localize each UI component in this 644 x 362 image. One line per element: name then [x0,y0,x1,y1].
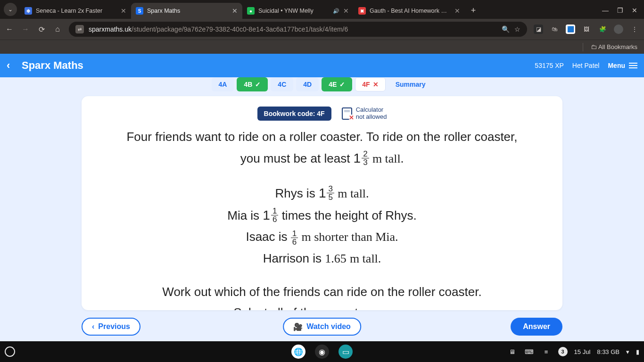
extensions-puzzle-icon[interactable]: 🧩 [598,25,607,34]
task-pill-4a[interactable]: 4A [212,77,234,91]
tab-favicon: ● [247,7,255,15]
tab-close-icon[interactable]: ✕ [343,7,349,15]
task-pill-4e[interactable]: 4E [322,77,352,91]
action-bar: ‹ Previous 🎥 Watch video Answer [82,318,562,336]
task-pill-4c[interactable]: 4C [271,77,293,91]
browser-toolbar: ← → ⟳ ⌂ ⇄ sparxmaths.uk/student/package/… [0,19,644,40]
tray-keyboard-icon[interactable]: ⌨ [524,346,535,357]
shelf-status-area[interactable]: 🖥 ⌨ ≡ 3 15 Jul 8:33 GB ▾ ▮ [507,346,639,357]
hamburger-icon [629,63,637,68]
extension-icon[interactable]: ◪ [534,25,543,34]
cross-icon [373,81,379,88]
task-pill-4f[interactable]: 4F [355,77,385,91]
extensions-area: ◪ 🛍 🟦 🖼 🧩 ⋮ [534,25,639,34]
address-bar[interactable]: ⇄ sparxmaths.uk/student/package/9a762e79… [69,22,527,37]
profile-avatar[interactable] [614,25,623,34]
shelf-apps: 🌐 ◉ ▭ [291,345,353,359]
zoom-icon[interactable]: 🔍 [502,25,510,33]
tab-favicon: S [136,7,143,15]
tab-title: Seneca - Learn 2x Faster [36,8,117,14]
check-icon [255,81,261,88]
bookmarks-bar: 🗀 All Bookmarks [0,40,644,54]
sparx-back-button[interactable]: ‹ [7,59,22,72]
task-pill-4d[interactable]: 4D [296,77,319,91]
nav-back-icon[interactable]: ← [5,25,14,33]
all-bookmarks-button[interactable]: 🗀 All Bookmarks [591,43,637,50]
tab-favicon: ✖ [358,7,366,15]
question-card: Bookwork code: 4F Calculatornot allowed … [82,96,562,310]
shelf-status-text: 8:33 GB [597,348,619,355]
audio-playing-icon[interactable]: 🔊 [333,8,339,14]
tab-spotify[interactable]: ● Suicidal • YNW Melly 🔊 ✕ [242,3,354,19]
tab-sparx[interactable]: S Sparx Maths ✕ [131,3,242,19]
watch-video-button[interactable]: 🎥 Watch video [283,318,361,336]
task-nav: 4A 4B 4C 4D 4E 4F Summary [0,77,644,94]
shelf-chrome-icon[interactable]: 🌐 [291,345,305,359]
task-pill-4b[interactable]: 4B [237,77,268,91]
sparx-menu-button[interactable]: Menu [608,62,637,69]
tab-close-icon[interactable]: ✕ [121,7,126,15]
url-text: sparxmaths.uk/student/package/9a762e79-3… [89,25,497,33]
tab-seneca[interactable]: ✻ Seneca - Learn 2x Faster ✕ [20,3,131,19]
calculator-not-allowed-icon [342,107,352,120]
all-bookmarks-label: All Bookmarks [598,43,637,50]
window-restore-icon[interactable]: ❐ [617,7,623,14]
tab-close-icon[interactable]: ✕ [232,7,238,15]
page-surface: 4A 4B 4C 4D 4E 4F Summary Bookwork code:… [0,77,644,341]
tab-gauth[interactable]: ✖ Gauth - Best AI Homework Help ✕ [354,3,465,19]
nav-home-icon[interactable]: ⌂ [53,25,62,33]
chrome-menu-icon[interactable]: ⋮ [630,25,639,34]
previous-button[interactable]: ‹ Previous [82,318,140,336]
tab-favicon: ✻ [25,7,32,15]
window-controls: — ❐ ✕ [602,7,644,19]
battery-icon: ▮ [636,348,639,355]
new-tab-button[interactable]: + [467,4,480,17]
menu-label: Menu [608,62,625,69]
launcher-button[interactable] [5,346,15,357]
browser-tabstrip: ⌄ ✻ Seneca - Learn 2x Faster ✕ S Sparx M… [0,0,644,19]
window-close-icon[interactable]: ✕ [632,7,637,14]
extension-icon[interactable]: 🛍 [550,25,559,34]
user-name: Het Patel [572,62,600,69]
tray-screenshot-icon[interactable]: 🖥 [507,346,518,357]
task-summary-button[interactable]: Summary [388,77,433,91]
chromeos-shelf: 🌐 ◉ ▭ 🖥 ⌨ ≡ 3 15 Jul 8:33 GB ▾ ▮ [0,341,644,362]
tab-close-icon[interactable]: ✕ [454,7,460,15]
answer-button[interactable]: Answer [511,318,562,336]
nav-reload-icon[interactable]: ⟳ [37,25,46,34]
xp-label: 53175 XP [535,62,564,69]
sparx-header: ‹ Sparx Maths 53175 XP Het Patel Menu [0,54,644,77]
notification-badge[interactable]: 3 [558,347,568,356]
sparx-brand: Sparx Maths [22,59,83,72]
check-icon [339,81,345,88]
question-meta: Bookwork code: 4F Calculatornot allowed [98,107,546,121]
tab-title: Suicidal • YNW Melly [258,8,329,14]
bookmark-star-icon[interactable]: ☆ [514,25,520,33]
nav-forward-icon[interactable]: → [21,25,30,33]
shelf-date: 15 Jul [574,348,591,355]
question-text: Four friends want to ride on a roller co… [98,127,546,310]
shelf-app-icon[interactable]: ◉ [315,345,329,359]
shelf-app-icon[interactable]: ▭ [339,345,353,359]
tab-title: Gauth - Best AI Homework Help [370,8,451,14]
tab-title: Sparx Maths [147,8,228,14]
tray-playlist-icon[interactable]: ≡ [541,346,552,357]
calculator-status: Calculatornot allowed [342,107,387,121]
divider [583,43,583,51]
bookwork-code: Bookwork code: 4F [257,107,331,121]
wifi-icon: ▾ [626,348,629,355]
window-minimize-icon[interactable]: — [602,7,609,14]
site-info-icon[interactable]: ⇄ [75,25,84,33]
tab-search-button[interactable]: ⌄ [4,3,17,16]
extension-icon[interactable]: 🟦 [566,25,575,34]
extension-icon[interactable]: 🖼 [582,25,591,34]
